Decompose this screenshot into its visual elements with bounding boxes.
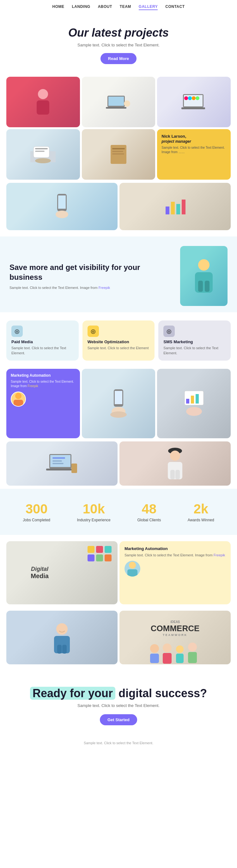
digital-marketing-card[interactable]: Marketing Automation Sample text. Click … — [119, 541, 231, 604]
gallery-item-hands-desk[interactable] — [6, 129, 80, 180]
svg-rect-46 — [46, 469, 75, 470]
svg-point-0 — [38, 89, 48, 99]
save-link[interactable]: Freepik — [98, 286, 110, 289]
navigation: HOME LANDING ABOUT TEAM GALLERY CONTACT — [0, 0, 237, 13]
gallery-charts-hand[interactable] — [157, 369, 231, 438]
nick-larson-card[interactable]: Nick Larson, project manager Sample text… — [157, 129, 231, 180]
gallery-item-person-red[interactable] — [6, 77, 80, 127]
digital-media-image[interactable]: Digital Media — [6, 541, 118, 604]
svg-rect-19 — [112, 148, 125, 149]
stat-clients-label: Global Clients — [137, 518, 161, 522]
ready-section: Ready for your digital success? Sample t… — [0, 671, 237, 735]
website-opt-card[interactable]: ◎ Website Optimization Sample text. Clic… — [83, 320, 155, 361]
ready-title: Ready for your digital success? — [25, 686, 212, 700]
save-description: Sample text. Click to select the Text El… — [9, 286, 174, 289]
svg-rect-55 — [175, 470, 180, 479]
svg-point-33 — [15, 393, 22, 399]
svg-rect-41 — [191, 396, 194, 404]
digital-card-link[interactable]: Freepik — [214, 553, 225, 557]
project-gallery-top: Digital Media Marketing Automation Sampl… — [0, 535, 237, 611]
svg-rect-42 — [196, 394, 199, 404]
gallery-item-phone-hand[interactable] — [6, 183, 118, 230]
paid-media-card[interactable]: ◎ Paid Media Sample text. Click to selec… — [6, 320, 79, 361]
svg-point-62 — [129, 562, 136, 569]
get-started-button[interactable]: Get Started — [100, 714, 137, 725]
nav-contact[interactable]: CONTACT — [165, 4, 184, 10]
nick-role: project manager — [161, 139, 226, 144]
svg-rect-1 — [37, 100, 49, 115]
website-opt-icon: ◎ — [88, 326, 99, 337]
sms-marketing-desc: Sample text. Click to select the Text El… — [164, 346, 226, 355]
gallery-item-laptop-colorful[interactable] — [157, 77, 231, 127]
nav-team[interactable]: TEAM — [120, 4, 131, 10]
gallery-item-notebook[interactable] — [82, 129, 155, 180]
svg-rect-12 — [181, 107, 205, 109]
marketing-auto-title: Marketing Automation — [11, 373, 76, 378]
gallery-man-smiling[interactable] — [6, 611, 118, 664]
bottom-row-photos — [0, 441, 237, 489]
nav-home[interactable]: HOME — [52, 4, 64, 10]
read-more-button[interactable]: Read More — [100, 53, 137, 64]
gallery-item-laptop-coffee[interactable] — [82, 77, 155, 127]
save-section: Save more and get visibility for your bu… — [0, 237, 237, 312]
svg-point-8 — [184, 96, 188, 100]
svg-rect-59 — [88, 554, 94, 561]
digital-card-desc: Sample text. Click to select the Text El… — [124, 553, 226, 558]
website-opt-desc: Sample text. Click to select the Element — [88, 346, 150, 350]
gallery-laptop-desk[interactable] — [6, 441, 118, 486]
nav-about[interactable]: ABOUT — [98, 4, 112, 10]
marketing-grid: Marketing Automation Sample text. Click … — [0, 366, 237, 441]
stat-awards-label: Awards Winned — [188, 518, 214, 522]
sms-marketing-card[interactable]: ◎ SMS Marketing Sample text. Click to se… — [158, 320, 231, 361]
svg-rect-49 — [53, 463, 63, 464]
svg-rect-65 — [54, 636, 70, 653]
sms-marketing-icon: ◎ — [164, 326, 175, 337]
svg-rect-36 — [115, 391, 122, 404]
svg-rect-66 — [57, 645, 62, 654]
stats-row: 300 Jobs Completed 10k Industry Experien… — [9, 501, 228, 522]
svg-point-29 — [198, 259, 209, 271]
hero-title: Our latest projects — [25, 26, 212, 39]
stat-clients: 48 Global Clients — [137, 501, 161, 522]
stats-section: 300 Jobs Completed 10k Industry Experien… — [0, 489, 237, 535]
hero-title-italic: latest — [92, 26, 121, 39]
svg-rect-26 — [171, 202, 175, 214]
hero-section: Our latest projects Sample text. Click t… — [0, 13, 237, 73]
stat-awards-number: 2k — [188, 501, 214, 517]
svg-rect-71 — [163, 653, 172, 664]
nav-gallery[interactable]: GALLERY — [139, 4, 158, 10]
ready-title-end: digital success? — [119, 687, 207, 700]
paid-media-desc: Sample text. Click to select the Text El… — [11, 346, 73, 355]
svg-point-24 — [56, 211, 68, 218]
stat-jobs-number: 300 — [23, 501, 50, 517]
hero-title-end: projects — [121, 26, 169, 39]
svg-rect-61 — [105, 554, 112, 561]
svg-rect-53 — [168, 462, 182, 479]
svg-point-68 — [150, 644, 159, 653]
marketing-automation-card[interactable]: Marketing Automation Sample text. Click … — [6, 369, 80, 438]
nav-landing[interactable]: LANDING — [72, 4, 90, 10]
svg-rect-15 — [35, 148, 48, 149]
save-image — [180, 246, 228, 306]
save-text: Save more and get visibility for your bu… — [9, 262, 174, 289]
website-opt-title: Website Optimization — [88, 339, 150, 344]
svg-rect-48 — [53, 460, 62, 462]
marketing-auto-link[interactable]: Freepik — [28, 384, 38, 388]
gallery-item-charts[interactable] — [119, 183, 231, 230]
gallery-woman-hat[interactable] — [119, 441, 231, 486]
nick-description: Sample text. Click to select the Text El… — [161, 146, 226, 154]
svg-rect-58 — [105, 546, 112, 553]
paid-media-icon: ◎ — [11, 326, 23, 337]
svg-rect-60 — [96, 554, 103, 561]
svg-point-5 — [124, 100, 130, 107]
gallery-hands-phone[interactable] — [82, 369, 155, 438]
gallery-row3 — [0, 183, 237, 233]
gallery-commerce[interactable]: iDEA$ COMMERCE TEAMWORK — [119, 611, 231, 664]
svg-rect-31 — [198, 281, 203, 292]
svg-rect-56 — [88, 546, 94, 553]
svg-rect-28 — [182, 199, 185, 214]
paid-media-title: Paid Media — [11, 339, 73, 344]
svg-point-64 — [56, 623, 68, 635]
stat-jobs: 300 Jobs Completed — [23, 501, 50, 522]
hero-title-start: Our — [68, 26, 92, 39]
